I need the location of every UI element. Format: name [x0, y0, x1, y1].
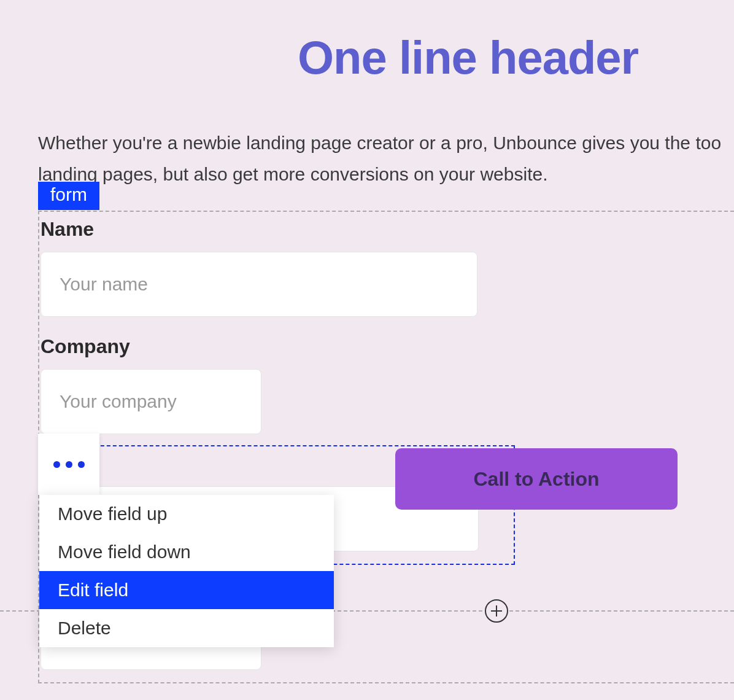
- more-dots-icon: [53, 461, 60, 468]
- field-label-company: Company: [39, 335, 515, 358]
- context-menu: Move field up Move field down Edit field…: [39, 495, 334, 647]
- page-title: One line header: [0, 0, 734, 84]
- add-section-button[interactable]: [485, 599, 508, 623]
- menu-item-move-down[interactable]: Move field down: [39, 533, 334, 571]
- field-group-company[interactable]: Company: [39, 329, 515, 446]
- cta-button[interactable]: Call to Action: [395, 448, 678, 510]
- more-options-button[interactable]: [38, 434, 99, 495]
- description-text: Whether you're a newbie landing page cre…: [0, 84, 734, 190]
- menu-item-delete[interactable]: Delete: [39, 609, 334, 647]
- company-input[interactable]: [41, 369, 261, 434]
- form-badge[interactable]: form: [38, 182, 99, 210]
- menu-item-edit[interactable]: Edit field: [39, 571, 334, 609]
- field-label-name: Name: [39, 218, 515, 241]
- field-group-name[interactable]: Name: [39, 212, 515, 329]
- name-input[interactable]: [41, 252, 477, 317]
- menu-item-move-up[interactable]: Move field up: [39, 495, 334, 533]
